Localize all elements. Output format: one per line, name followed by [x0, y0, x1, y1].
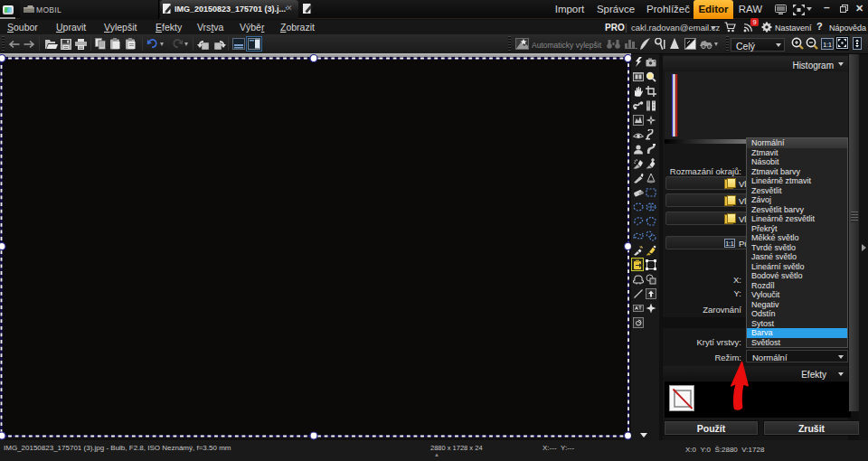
svg-text:1:1: 1:1 [823, 42, 832, 48]
